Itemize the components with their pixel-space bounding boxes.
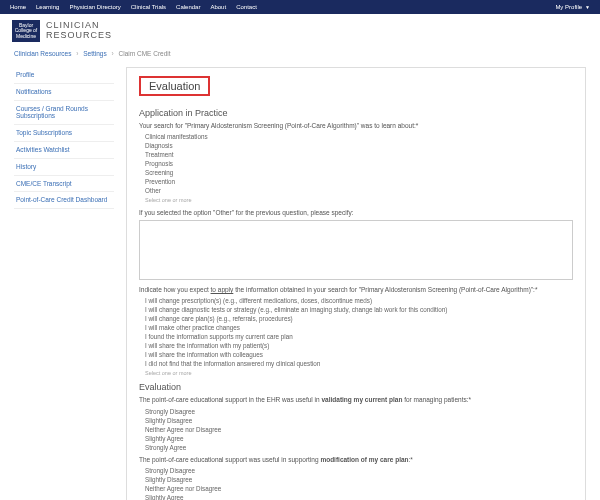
question-label: Indicate how you expect to apply the inf… xyxy=(139,286,573,294)
chevron-down-icon: ▼ xyxy=(585,4,590,10)
answer-option[interactable]: I will change diagnostic tests or strate… xyxy=(145,305,573,314)
answer-option[interactable]: I will make other practice changes xyxy=(145,323,573,332)
sidebar-item[interactable]: Courses / Grand Rounds Subscriptions xyxy=(14,101,114,126)
answer-option[interactable]: Clinical manifestations xyxy=(145,132,573,141)
answer-option[interactable]: Strongly Disagree xyxy=(145,407,573,416)
sidebar-item[interactable]: CME/CE Transcript xyxy=(14,176,114,193)
answer-option[interactable]: Diagnosis xyxy=(145,141,573,150)
site-header: Baylor College of Medicine CLINICIAN RES… xyxy=(0,14,600,48)
answer-option[interactable]: Other xyxy=(145,186,573,195)
sidebar-item[interactable]: Topic Subscriptions xyxy=(14,125,114,142)
answer-option[interactable]: I found the information supports my curr… xyxy=(145,332,573,341)
sidebar-item[interactable]: Point-of-Care Credit Dashboard xyxy=(14,192,114,209)
answer-option[interactable]: Treatment xyxy=(145,150,573,159)
settings-sidebar: ProfileNotificationsCourses / Grand Roun… xyxy=(14,67,114,500)
answer-option[interactable]: Slightly Disagree xyxy=(145,475,573,484)
breadcrumb: Clinician Resources › Settings › Claim C… xyxy=(0,48,600,63)
answer-option[interactable]: I will share the information with collea… xyxy=(145,350,573,359)
evaluation-form: Evaluation Application in Practice Your … xyxy=(126,67,586,500)
select-hint: Select one or more xyxy=(145,197,573,203)
answer-option[interactable]: Prevention xyxy=(145,177,573,186)
my-profile-label: My Profile xyxy=(555,4,582,10)
answer-option[interactable]: Slightly Agree xyxy=(145,493,573,500)
question-label: If you selected the option "Other" for t… xyxy=(139,209,573,217)
question-label: The point-of-care educational support in… xyxy=(139,396,573,404)
nav-link[interactable]: Home xyxy=(10,4,26,10)
answer-option[interactable]: Screening xyxy=(145,168,573,177)
answer-option[interactable]: I will share the information with my pat… xyxy=(145,341,573,350)
page-title: Evaluation xyxy=(139,76,210,96)
answer-option[interactable]: Slightly Agree xyxy=(145,434,573,443)
sidebar-item[interactable]: Profile xyxy=(14,67,114,84)
answer-option[interactable]: Strongly Disagree xyxy=(145,466,573,475)
my-profile-menu[interactable]: My Profile ▼ xyxy=(555,4,590,10)
answer-option[interactable]: Strongly Agree xyxy=(145,443,573,452)
top-nav-bar: HomeLearningPhysician DirectoryClinical … xyxy=(0,0,600,14)
breadcrumb-link[interactable]: Clinician Resources xyxy=(14,50,71,57)
sidebar-item[interactable]: Activities Watchlist xyxy=(14,142,114,159)
sidebar-item[interactable]: History xyxy=(14,159,114,176)
breadcrumb-current: Claim CME Credit xyxy=(119,50,171,57)
answer-option[interactable]: Neither Agree nor Disagree xyxy=(145,425,573,434)
answer-option[interactable]: I will change care plan(s) (e.g., referr… xyxy=(145,314,573,323)
answer-option[interactable]: I did not find that the information answ… xyxy=(145,359,573,368)
nav-link[interactable]: About xyxy=(210,4,226,10)
site-title: CLINICIAN RESOURCES xyxy=(46,21,112,41)
nav-link[interactable]: Clinical Trials xyxy=(131,4,166,10)
answer-option[interactable]: I will change prescription(s) (e.g., dif… xyxy=(145,296,573,305)
answer-option[interactable]: Slightly Disagree xyxy=(145,416,573,425)
section-heading: Application in Practice xyxy=(139,108,573,118)
answer-option[interactable]: Neither Agree nor Disagree xyxy=(145,484,573,493)
nav-link[interactable]: Physician Directory xyxy=(69,4,120,10)
nav-link[interactable]: Learning xyxy=(36,4,59,10)
nav-link[interactable]: Contact xyxy=(236,4,257,10)
question-label: The point-of-care educational support wa… xyxy=(139,456,573,464)
select-hint: Select one or more xyxy=(145,370,573,376)
question-label: Your search for "Primary Aldosteronism S… xyxy=(139,122,573,130)
other-specify-textarea[interactable] xyxy=(139,220,573,280)
nav-link[interactable]: Calendar xyxy=(176,4,200,10)
breadcrumb-link[interactable]: Settings xyxy=(83,50,107,57)
sidebar-item[interactable]: Notifications xyxy=(14,84,114,101)
bcm-logo: Baylor College of Medicine xyxy=(12,20,40,42)
answer-option[interactable]: Prognosis xyxy=(145,159,573,168)
section-heading: Evaluation xyxy=(139,382,573,392)
